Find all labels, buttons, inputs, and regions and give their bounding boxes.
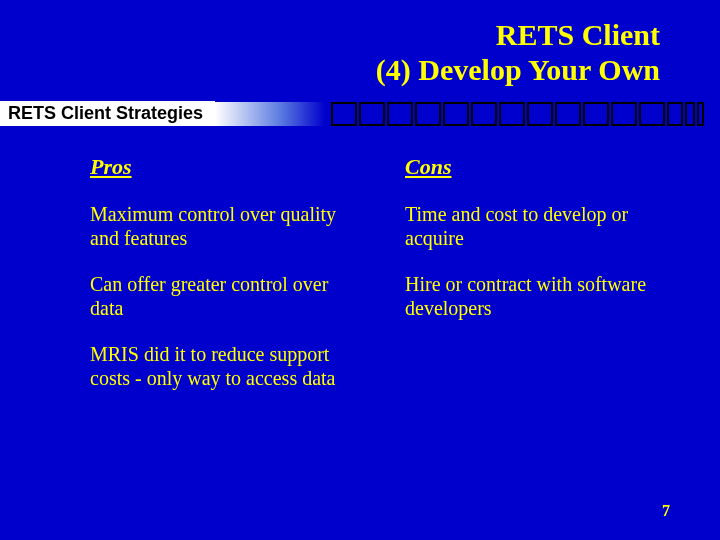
list-item: Hire or contract with software developer… — [405, 272, 680, 320]
deco-square — [443, 102, 469, 126]
title-line-2: (4) Develop Your Own — [0, 53, 660, 88]
deco-square — [527, 102, 553, 126]
list-item: Can offer greater control over data — [90, 272, 365, 320]
cons-column: Cons Time and cost to develop or acquire… — [405, 154, 680, 412]
deco-square — [685, 102, 695, 126]
deco-square — [583, 102, 609, 126]
deco-square — [499, 102, 525, 126]
deco-square — [387, 102, 413, 126]
deco-square — [359, 102, 385, 126]
list-item: Time and cost to develop or acquire — [405, 202, 680, 250]
deco-square — [697, 102, 704, 126]
list-item: MRIS did it to reduce support costs - on… — [90, 342, 365, 390]
pros-header: Pros — [90, 154, 365, 180]
gradient-decor — [215, 102, 325, 126]
deco-square — [331, 102, 357, 126]
list-item: Maximum control over quality and feature… — [90, 202, 365, 250]
subtitle-bar: RETS Client Strategies — [0, 101, 720, 126]
deco-square — [415, 102, 441, 126]
page-number: 7 — [662, 502, 670, 520]
pros-column: Pros Maximum control over quality and fe… — [90, 154, 365, 412]
deco-square — [611, 102, 637, 126]
cons-header: Cons — [405, 154, 680, 180]
decorative-bar — [215, 102, 720, 126]
deco-square — [667, 102, 683, 126]
deco-square — [639, 102, 665, 126]
slide-title: RETS Client (4) Develop Your Own — [0, 0, 720, 97]
content-area: Pros Maximum control over quality and fe… — [0, 126, 720, 412]
squares-decor — [325, 102, 720, 126]
subtitle-label: RETS Client Strategies — [0, 101, 215, 126]
deco-square — [555, 102, 581, 126]
title-line-1: RETS Client — [0, 18, 660, 53]
deco-square — [471, 102, 497, 126]
